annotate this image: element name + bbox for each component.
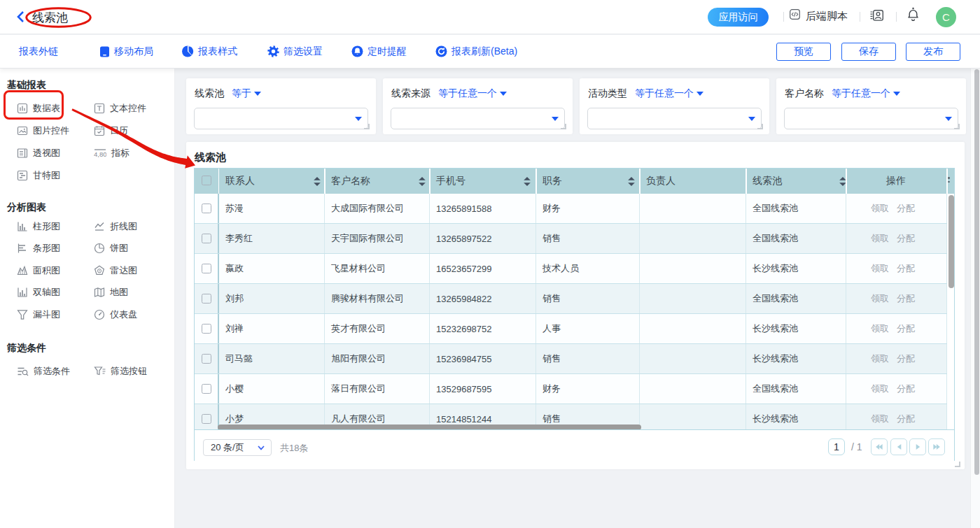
svg-text:4,80: 4,80 [94, 150, 106, 158]
